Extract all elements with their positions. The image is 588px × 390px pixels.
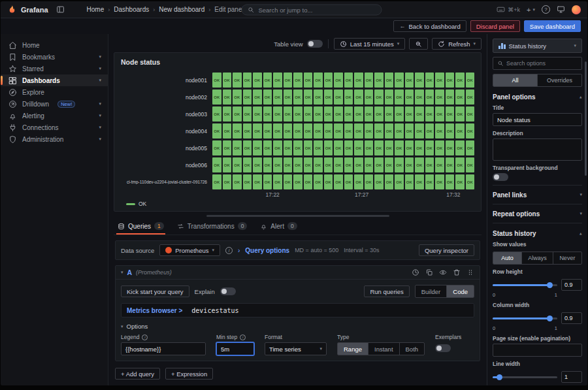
- status-cell[interactable]: OK: [243, 73, 252, 88]
- status-cell[interactable]: OK: [324, 140, 333, 155]
- slider-knob[interactable]: [547, 316, 553, 321]
- status-cell[interactable]: OK: [344, 140, 353, 155]
- status-cell[interactable]: OK: [455, 140, 465, 155]
- datasource-select[interactable]: Prometheus ▾: [159, 244, 220, 256]
- status-cell[interactable]: OK: [243, 89, 252, 105]
- status-cell[interactable]: OK: [425, 140, 434, 155]
- status-cell[interactable]: OK: [354, 73, 363, 88]
- status-cell[interactable]: OK: [293, 73, 302, 88]
- sidebar-item-drilldown[interactable]: DrilldownNew!▾: [1, 98, 108, 110]
- exemplars-toggle[interactable]: [435, 344, 451, 352]
- status-cell[interactable]: OK: [243, 157, 252, 172]
- tab-transformations[interactable]: Transformations 0: [176, 222, 249, 235]
- status-cell[interactable]: OK: [466, 89, 475, 105]
- legend-input[interactable]: {{hostname}}: [121, 342, 206, 355]
- status-cell[interactable]: OK: [395, 123, 404, 138]
- status-cell[interactable]: OK: [435, 89, 444, 105]
- code-mode-button[interactable]: Code: [447, 285, 474, 297]
- status-cell[interactable]: OK: [425, 89, 434, 105]
- status-cell[interactable]: OK: [455, 73, 465, 88]
- status-cell[interactable]: OK: [263, 106, 272, 122]
- status-cell[interactable]: OK: [314, 123, 323, 138]
- status-cell[interactable]: OK: [233, 89, 242, 105]
- slider-track[interactable]: [493, 376, 557, 378]
- status-cell[interactable]: OK: [455, 174, 465, 189]
- status-cell[interactable]: OK: [354, 123, 363, 138]
- show-values-auto[interactable]: Auto: [493, 252, 522, 264]
- status-cell[interactable]: OK: [365, 157, 374, 172]
- status-cell[interactable]: OK: [435, 73, 444, 88]
- status-cell[interactable]: OK: [425, 157, 434, 172]
- status-cell[interactable]: OK: [334, 123, 343, 138]
- status-cell[interactable]: OK: [446, 140, 455, 155]
- status-cell[interactable]: OK: [293, 106, 302, 122]
- status-cell[interactable]: OK: [273, 174, 282, 189]
- status-cell[interactable]: OK: [263, 123, 272, 138]
- status-cell[interactable]: OK: [466, 157, 475, 172]
- info-icon[interactable]: [225, 247, 233, 254]
- status-cell[interactable]: OK: [253, 157, 262, 172]
- status-cell[interactable]: OK: [273, 157, 282, 172]
- status-cell[interactable]: OK: [466, 140, 475, 155]
- slider-knob[interactable]: [497, 374, 502, 380]
- tab-overrides[interactable]: Overrides: [538, 74, 581, 86]
- zoom-out-button[interactable]: [409, 38, 428, 50]
- status-cell[interactable]: OK: [405, 157, 414, 172]
- query-expression[interactable]: devicestatus: [191, 307, 238, 314]
- status-cell[interactable]: OK: [243, 174, 252, 189]
- slider-track[interactable]: [493, 317, 557, 319]
- pane-splitter[interactable]: [114, 212, 482, 219]
- status-cell[interactable]: OK: [223, 123, 232, 138]
- status-cell[interactable]: OK: [415, 106, 424, 122]
- visualization-picker[interactable]: Status history ▾: [493, 39, 582, 53]
- status-cell[interactable]: OK: [324, 174, 333, 189]
- sidebar-item-connections[interactable]: Connections▾: [1, 122, 108, 133]
- query-ref-id[interactable]: A: [127, 268, 133, 276]
- status-cell[interactable]: OK: [405, 123, 414, 138]
- status-cell[interactable]: OK: [263, 140, 272, 155]
- status-cell[interactable]: OK: [374, 106, 384, 122]
- sidebar-item-home[interactable]: Home: [1, 39, 108, 51]
- status-cell[interactable]: OK: [435, 174, 444, 189]
- status-cell[interactable]: OK: [284, 89, 293, 105]
- scrollbar[interactable]: [585, 61, 587, 176]
- save-dashboard-button[interactable]: Save dashboard: [524, 20, 581, 32]
- transparent-background-toggle[interactable]: [493, 173, 508, 181]
- status-cell[interactable]: OK: [223, 73, 232, 88]
- status-cell[interactable]: OK: [385, 123, 394, 138]
- status-cell[interactable]: OK: [293, 174, 302, 189]
- info-icon[interactable]: [240, 334, 246, 340]
- status-cell[interactable]: OK: [435, 123, 444, 138]
- status-cell[interactable]: OK: [405, 106, 414, 122]
- status-cell[interactable]: OK: [314, 73, 323, 88]
- status-cell[interactable]: OK: [253, 140, 262, 155]
- status-cell[interactable]: OK: [446, 73, 455, 88]
- status-cell[interactable]: OK: [263, 89, 272, 105]
- status-cell[interactable]: OK: [212, 123, 221, 138]
- breadcrumb-item[interactable]: Home: [87, 6, 105, 13]
- status-cell[interactable]: OK: [374, 123, 384, 138]
- status-cell[interactable]: OK: [415, 140, 424, 155]
- row-height-slider[interactable]: 0.9: [493, 279, 582, 291]
- status-cell[interactable]: OK: [415, 123, 424, 138]
- status-cell[interactable]: OK: [344, 73, 353, 88]
- status-cell[interactable]: OK: [395, 73, 404, 88]
- breadcrumb-item[interactable]: Edit panel: [214, 6, 243, 13]
- kickstart-button[interactable]: Kick start your query: [121, 285, 189, 297]
- status-cell[interactable]: OK: [233, 157, 242, 172]
- type-both-button[interactable]: Both: [400, 343, 425, 355]
- run-queries-button[interactable]: Run queries: [364, 285, 409, 297]
- status-cell[interactable]: OK: [233, 73, 242, 88]
- status-cell[interactable]: OK: [243, 106, 252, 122]
- status-cell[interactable]: OK: [446, 157, 455, 172]
- column-width-value[interactable]: 0.9: [561, 312, 582, 324]
- collapse-icon[interactable]: ▾: [121, 270, 123, 275]
- back-to-dashboard-button[interactable]: ←Back to dashboard: [393, 20, 466, 32]
- legend-label[interactable]: OK: [139, 201, 146, 207]
- query-options-link[interactable]: Query options: [245, 247, 289, 254]
- status-cell[interactable]: OK: [435, 140, 444, 155]
- section-panel-links[interactable]: Panel links ▾: [493, 188, 582, 201]
- time-range-picker[interactable]: Last 15 minutes ▾: [334, 38, 406, 50]
- status-cell[interactable]: OK: [425, 106, 434, 122]
- status-cell[interactable]: OK: [395, 157, 404, 172]
